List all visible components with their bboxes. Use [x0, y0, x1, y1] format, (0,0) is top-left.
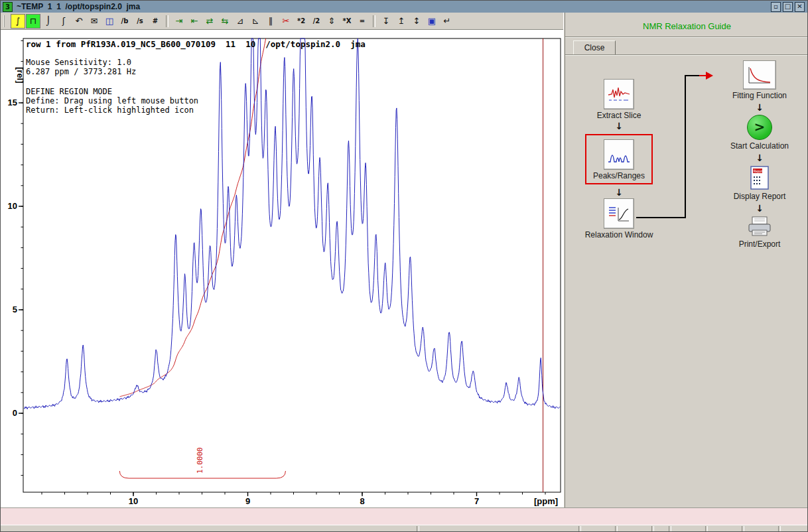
close-button[interactable]: Close	[573, 40, 616, 55]
toolbar-integral-half-icon[interactable]: ⌡	[41, 14, 56, 29]
flow-down-arrow-icon: ↓	[615, 187, 623, 198]
toolbar-swap-left-icon[interactable]: ⇆	[218, 14, 232, 29]
toolbar-envelope-icon[interactable]: ✉	[87, 14, 101, 29]
statusbar-separator	[651, 526, 654, 532]
toolbar-divide-b-icon[interactable]: /b	[117, 14, 132, 29]
y-tick-label: 15	[8, 98, 17, 107]
toolbar-separator	[166, 15, 168, 27]
relaxation-window-icon	[607, 204, 631, 224]
y-tick-label: 10	[8, 201, 17, 211]
extract-slice-label: Extract Slice	[597, 111, 641, 120]
cursor-position-readout: 6.287 ppm / 3773.281 Hz	[26, 67, 136, 76]
toolbar-max-to-top-icon[interactable]: ↥	[394, 14, 409, 29]
relaxation-guide-panel: NMR Relaxation Guide Close Extract Slice…	[565, 13, 808, 507]
relaxation-window-label: Relaxation Window	[585, 230, 653, 239]
x-tick-label: 9	[245, 496, 250, 506]
toolbar-bias-icon[interactable]: ⊿	[248, 14, 263, 29]
guide-right-column: Fitting Function ↓ > Start Calculation ↓…	[710, 60, 808, 249]
message-bar	[1, 507, 808, 525]
start-calculation-label: Start Calculation	[730, 141, 789, 151]
statusbar-separator	[615, 526, 618, 532]
spectrum-area[interactable]: 10987[ppm]051015[rel]1.0000 row 1 from P…	[1, 30, 563, 507]
toolbar-multiply-x-icon[interactable]: *X	[340, 14, 354, 29]
maximize-icon[interactable]: □	[783, 2, 793, 12]
guide-left-column: Extract Slice ↓ Peaks/Ranges ↓	[569, 79, 669, 239]
x-tick-label: 10	[129, 496, 138, 506]
peaks-ranges-label: Peaks/Ranges	[593, 171, 645, 180]
window-badge-icon: 3	[3, 2, 13, 12]
extract-slice-button[interactable]	[604, 79, 634, 109]
statusbar-separator	[669, 526, 671, 532]
y-tick-label: 0	[13, 408, 17, 418]
toolbar-separator	[373, 15, 375, 27]
window-buttons: ▫ □ ✕	[771, 2, 807, 12]
toolbar-swap-right-icon[interactable]: ⇄	[202, 14, 217, 29]
display-report-label: Display Report	[734, 192, 786, 201]
mode-help-line1: Define: Drag using left mouse button	[26, 96, 198, 105]
statusbar-separator	[778, 526, 781, 532]
toolbar-hash-icon[interactable]: #	[148, 14, 163, 29]
toolbar-undo-icon[interactable]: ↶	[72, 14, 86, 29]
fitting-function-label: Fitting Function	[732, 91, 787, 100]
mouse-sensitivity-readout: Mouse Sensitivity: 1.0	[26, 58, 131, 67]
mode-banner: DEFINE REGION MODE	[26, 87, 112, 96]
toolbar: ∫⊓⌡ʃ↶✉◫/b/s#⇥⇤⇄⇆⊿⊿‖✂*2/2⇕*X=↧↥↕▣↵	[1, 13, 563, 30]
toolbar-return-icon[interactable]: ↵	[440, 14, 454, 29]
toolbar-slope-icon[interactable]: ⊿	[233, 14, 247, 29]
integral-curve	[120, 38, 266, 397]
toolbar-fit-vertical-icon[interactable]: ↕	[409, 14, 424, 29]
peaks-ranges-button[interactable]	[604, 139, 634, 170]
guide-separator	[565, 54, 808, 56]
toolbar-scale-vertical-icon[interactable]: ⇕	[324, 14, 339, 29]
print-export-label: Print/Export	[739, 239, 781, 249]
flow-down-arrow-icon: ↓	[756, 102, 764, 113]
fitting-function-icon	[746, 64, 773, 86]
topspin-window: 3 ~TEMP 1 1 /opt/topspin2.0 jma ▫ □ ✕ ∫⊓…	[0, 0, 808, 532]
extract-slice-icon	[607, 84, 631, 104]
toolbar-grip[interactable]	[3, 15, 7, 27]
flow-down-arrow-icon: ↓	[615, 121, 623, 131]
toolbar-define-region-icon[interactable]: ∫	[11, 14, 25, 29]
toolbar-return-highlight-icon[interactable]: ⊓	[26, 14, 40, 29]
guide-separator	[565, 36, 808, 38]
flow-down-arrow-icon: ↓	[756, 203, 764, 214]
x-axis: 10987[ppm]	[42, 492, 558, 506]
fitting-function-button[interactable]	[743, 60, 776, 90]
toolbar-equals-icon[interactable]: =	[355, 14, 370, 29]
toolbar-integral-peak-icon[interactable]: ʃ	[56, 14, 71, 29]
peaks-ranges-icon	[607, 145, 631, 165]
relaxation-window-button[interactable]	[604, 198, 634, 229]
display-report-button[interactable]: Report	[748, 165, 771, 190]
mode-help-line2: Return: Left-click highlighted icon	[26, 105, 194, 115]
toolbar-shift-right-icon[interactable]: ⇥	[172, 14, 186, 29]
x-tick-label: 8	[360, 496, 364, 506]
x-tick-label: 7	[474, 496, 479, 506]
toolbar-divide-s-icon[interactable]: /s	[133, 14, 147, 29]
close-icon[interactable]: ✕	[795, 2, 805, 12]
toolbar-multiply-2-icon[interactable]: *2	[294, 14, 308, 29]
toolbar-min-to-bottom-icon[interactable]: ↧	[379, 14, 393, 29]
statusbar-separator	[705, 526, 708, 532]
report-icon-text: Report	[754, 170, 763, 173]
toolbar-cut-region-icon[interactable]: ✂	[279, 14, 293, 29]
y-tick-label: 5	[13, 304, 17, 314]
window-title: ~TEMP 1 1 /opt/topspin2.0 jma	[17, 2, 140, 11]
print-export-button[interactable]	[746, 216, 773, 238]
y-axis-unit: [rel]	[15, 67, 25, 84]
statusbar-separator	[742, 526, 744, 532]
spectrum-title: row 1 from PfR193A.019_NC5_B600_070109 1…	[26, 39, 366, 49]
start-calculation-button[interactable]: >	[747, 115, 772, 140]
printer-icon	[746, 216, 773, 238]
statusbar-separator	[578, 526, 581, 532]
toolbar-divide-2-icon[interactable]: /2	[309, 14, 324, 29]
flow-down-arrow-icon: ↓	[756, 153, 764, 163]
toolbar-pause-icon[interactable]: ‖	[263, 14, 278, 29]
toolbar-save-icon[interactable]: ◫	[102, 14, 117, 29]
iconify-icon[interactable]: ▫	[771, 2, 781, 12]
status-bar	[1, 525, 808, 532]
display-report-icon: Report	[748, 165, 771, 190]
x-axis-unit: [ppm]	[534, 496, 558, 506]
toolbar-shift-left-icon[interactable]: ⇤	[187, 14, 202, 29]
toolbar-save-return-icon[interactable]: ▣	[425, 14, 439, 29]
guide-title: NMR Relaxation Guide	[565, 21, 808, 31]
